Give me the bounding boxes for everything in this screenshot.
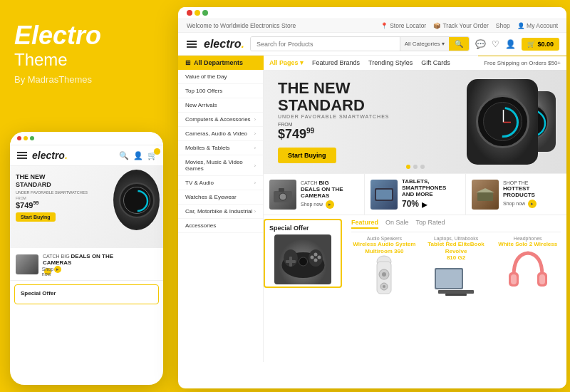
- menu-all-pages[interactable]: All Pages ▾: [269, 59, 304, 66]
- desktop-traffic-lights: [187, 10, 208, 16]
- sidebar-cameras[interactable]: Cameras, Audio & Video ›: [178, 127, 263, 141]
- mobile-promo-image: [16, 254, 38, 274]
- promo-cameras-text: CATCH BIG DEALS ON THE CAMERAS Shop now …: [301, 180, 343, 209]
- big-watch: [467, 79, 538, 165]
- sidebar-value-of-day[interactable]: Value of the Day: [178, 70, 263, 84]
- dt-dot-green: [202, 10, 208, 16]
- svg-point-0: [128, 191, 147, 211]
- welcome-text: Welcome to Worldwide Electronics Store: [187, 22, 296, 29]
- sidebar-top100[interactable]: Top 100 Offers: [178, 84, 263, 98]
- desktop-category-dropdown[interactable]: All Categories ▾: [400, 37, 450, 51]
- desktop-menu-items: All Pages ▾ Featured Brands Trending Sty…: [264, 56, 478, 70]
- mobile-hamburger[interactable]: [16, 150, 28, 160]
- hero-dot-1[interactable]: [406, 165, 410, 169]
- desktop-wishlist-icon[interactable]: ♡: [492, 39, 499, 49]
- sidebar-movies[interactable]: Movies, Music & Video Games ›: [178, 155, 263, 176]
- sidebar-accessories[interactable]: Accessories: [178, 219, 263, 233]
- mobile-shop-now[interactable]: Shop now ▸: [43, 266, 113, 275]
- promo-cameras-image: [269, 180, 296, 210]
- svg-point-25: [382, 272, 386, 277]
- hottest-shop-now[interactable]: Shop now ▸: [503, 200, 537, 208]
- desktop-promo-strip: CATCH BIG DEALS ON THE CAMERAS Shop now …: [264, 173, 566, 215]
- svg-point-15: [299, 257, 307, 266]
- menu-featured-brands[interactable]: Featured Brands: [312, 59, 360, 66]
- tab-top-rated[interactable]: Top Rated: [416, 219, 445, 229]
- desktop-main: Value of the Day Top 100 Offers New Arri…: [178, 70, 566, 362]
- product1-category: Audio Speakers: [351, 236, 418, 241]
- svg-point-19: [314, 252, 317, 256]
- svg-point-18: [310, 255, 314, 259]
- big-watch-face: [476, 95, 529, 148]
- svg-rect-35: [539, 274, 545, 284]
- hero-dot-3[interactable]: [420, 165, 425, 169]
- mobile-user-icon[interactable]: 👤: [133, 151, 143, 160]
- shop-the-label: SHOP THE: [503, 180, 537, 185]
- deals-label: DEALS ON THE: [301, 186, 343, 192]
- dt-dot-yellow: [195, 10, 200, 16]
- sidebar-new-arrivals[interactable]: New Arrivals: [178, 98, 263, 113]
- product2-name[interactable]: Tablet Red EliteBook Revolve810 G2: [423, 241, 489, 262]
- tab-featured[interactable]: Featured: [351, 219, 378, 229]
- desktop-chat-icon[interactable]: 💬: [475, 39, 486, 49]
- mobile-promo-strip: CATCH BIG DEALS ON THE CAMERAS Shop now …: [10, 248, 163, 281]
- desktop-content: THE NEWSTANDARD UNDER FAVORABLE SMARTWAT…: [264, 70, 566, 362]
- desktop-cart-button[interactable]: 🛒 $0.00: [522, 38, 559, 51]
- product1-name[interactable]: Wireless Audio SystemMultiroom 360: [351, 241, 418, 254]
- mobile-search-icon[interactable]: 🔍: [119, 151, 129, 160]
- product-grid: Audio Speakers Wireless Audio SystemMult…: [351, 236, 561, 305]
- svg-rect-9: [376, 190, 392, 200]
- promo-hottest: SHOP THE HOTTEST PRODUCTS Shop now ▸: [466, 174, 566, 215]
- promo-cameras: CATCH BIG DEALS ON THE CAMERAS Shop now …: [264, 174, 365, 215]
- special-offer-title: Special Offer: [269, 225, 336, 232]
- desktop-search-bar: All Categories ▾ 🔍: [250, 36, 470, 51]
- mobile-hero: THE NEWSTANDARD UNDER FAVORABLE SMARTWAT…: [10, 166, 163, 248]
- mobile-dot-green: [30, 136, 34, 140]
- all-departments-menu[interactable]: ⊞ All Departments: [178, 56, 264, 70]
- mobile-cart-icon[interactable]: 🛒: [147, 151, 157, 160]
- product-tablet-laptop: Laptops, Ultrabooks Tablet Red EliteBook…: [423, 236, 489, 305]
- cameras-shop-now[interactable]: Shop now ▸: [301, 200, 343, 209]
- svg-rect-31: [445, 294, 467, 296]
- account-icon: 👤: [517, 22, 525, 29]
- products-label: PRODUCTS: [503, 192, 537, 198]
- my-account-link[interactable]: 👤 My Account: [517, 22, 558, 29]
- svg-rect-10: [477, 192, 493, 201]
- sidebar-mobiles[interactable]: Mobiles & Tablets ›: [178, 141, 263, 155]
- product3-image: [494, 250, 561, 292]
- menu-gift-cards[interactable]: Gift Cards: [421, 59, 450, 66]
- desktop-search-button[interactable]: 🔍: [449, 37, 469, 51]
- promo-tablets: TABLETS, SMARTPHONES AND MORE 70% ▸: [365, 174, 466, 215]
- location-icon: 📍: [380, 22, 388, 29]
- hottest-label: HOTTEST: [503, 185, 537, 192]
- promo-hottest-text: SHOP THE HOTTEST PRODUCTS Shop now ▸: [503, 180, 537, 208]
- promo-tablets-text: TABLETS, SMARTPHONES AND MORE 70% ▸: [402, 178, 446, 211]
- sidebar-watches[interactable]: Watches & Eyewear: [178, 190, 263, 205]
- track-order-link[interactable]: 📦 Track Your Order: [433, 22, 489, 29]
- tab-on-sale[interactable]: On Sale: [385, 219, 409, 229]
- mobile-hero-sub: UNDER FAVORABLE SMARTWATCHES: [16, 190, 101, 195]
- sidebar-car[interactable]: Car, Motorbike & Industrial ›: [178, 205, 263, 219]
- special-offer-image: [274, 234, 331, 284]
- desktop-welcome-nav: Welcome to Worldwide Electronics Store 📍…: [178, 19, 566, 33]
- svg-point-20: [317, 255, 321, 259]
- shop-link[interactable]: Shop: [496, 22, 510, 29]
- mobile-special-label: Special Offer: [21, 290, 152, 296]
- cart-icon: 🛒: [527, 41, 535, 48]
- discount-percent: 70%: [402, 199, 419, 209]
- desktop-start-buying-button[interactable]: Start Buying: [278, 148, 336, 163]
- desktop-hamburger[interactable]: [185, 39, 198, 49]
- sidebar-tv[interactable]: TV & Audio ›: [178, 176, 263, 190]
- product2-image: [423, 264, 489, 305]
- hero-dot-2[interactable]: [413, 165, 418, 169]
- mobile-mockup: electro. 🔍 👤 🛒 THE NEWSTANDARD UNDER FAV…: [10, 132, 163, 385]
- desktop-user-icon[interactable]: 👤: [505, 39, 516, 49]
- store-locator-link[interactable]: 📍 Store Locator: [380, 22, 426, 29]
- brand-title: Electro: [14, 21, 160, 50]
- menu-trending-styles[interactable]: Trending Styles: [368, 59, 413, 66]
- svg-rect-17: [289, 257, 292, 267]
- desktop-search-input[interactable]: [251, 37, 400, 51]
- svg-rect-29: [436, 269, 462, 288]
- mobile-start-buying-button[interactable]: Start Buying: [16, 212, 56, 222]
- hottest-arrow-icon: ▸: [528, 200, 537, 208]
- sidebar-computers[interactable]: Computers & Accessories ›: [178, 113, 263, 127]
